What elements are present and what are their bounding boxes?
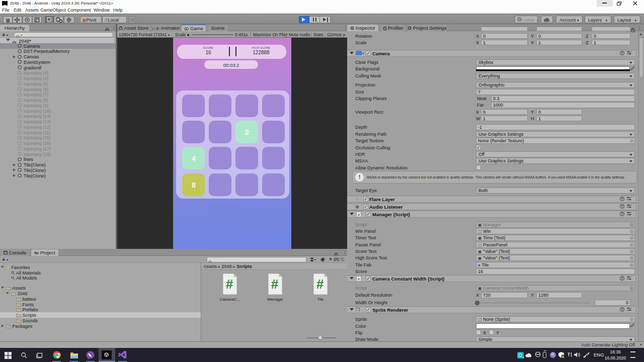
svg-text:#: # (226, 277, 233, 292)
svg-text:#: # (316, 277, 324, 292)
svg-text:#: # (271, 277, 279, 292)
